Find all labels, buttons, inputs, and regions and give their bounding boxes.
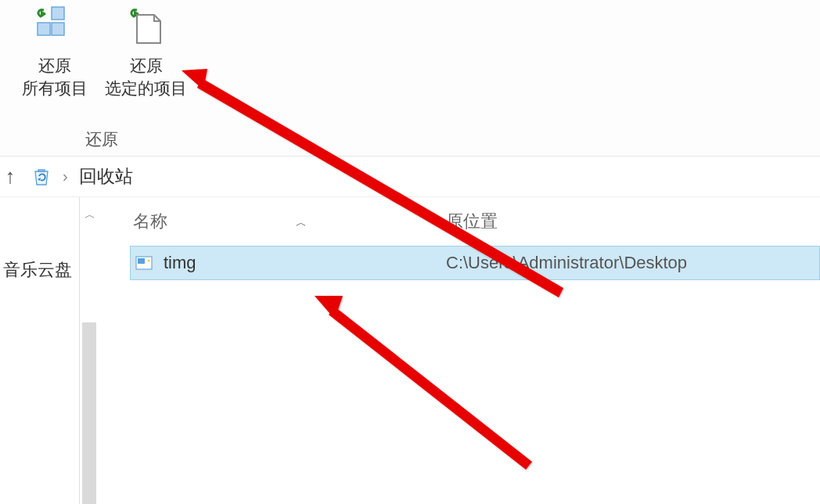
sort-caret-icon: ︿: [296, 216, 307, 230]
sidebar-item-music-cloud[interactable]: 音乐云盘: [0, 254, 79, 286]
ribbon-group-label: 还原: [16, 128, 187, 157]
restore-all-label-2: 所有项目: [16, 77, 94, 99]
restore-selected-label-1: 还原: [105, 54, 187, 77]
ribbon-toolbar: 还原 所有项目 还原 选定的项目: [0, 0, 820, 157]
restore-all-label-1: 还原: [16, 54, 94, 77]
file-location: C:\Users\Administrator\Desktop: [446, 253, 819, 273]
ribbon-group-restore: 还原 所有项目 还原 选定的项目: [16, 4, 187, 157]
file-name: timg: [164, 253, 196, 273]
recycle-bin-icon: [31, 167, 52, 187]
svg-rect-0: [52, 7, 64, 20]
svg-rect-2: [52, 23, 64, 35]
file-row-name-cell: timg: [131, 253, 446, 273]
svg-rect-1: [38, 23, 50, 35]
svg-point-5: [148, 260, 150, 262]
breadcrumb-current[interactable]: 回收站: [79, 164, 133, 189]
svg-rect-4: [138, 258, 145, 264]
restore-selected-button[interactable]: 还原 选定的项目: [105, 4, 187, 102]
column-header-row: 名称 ︿ 原位置: [99, 197, 820, 246]
scroll-up-icon: ︿: [85, 208, 95, 222]
column-header-location[interactable]: 原位置: [446, 210, 820, 233]
content-area: 音乐云盘 ︿ 名称 ︿ 原位置 timg: [0, 197, 820, 504]
scroll-track: [82, 322, 96, 504]
nav-up-button[interactable]: ↑: [0, 164, 20, 189]
restore-all-icon: [33, 5, 77, 49]
restore-all-button[interactable]: 还原 所有项目: [16, 4, 94, 102]
breadcrumb-chevron-icon: ›: [63, 167, 68, 185]
breadcrumb: ↑ › 回收站: [0, 157, 820, 197]
restore-selected-icon: [124, 5, 168, 49]
image-file-icon: [135, 254, 153, 272]
file-list-panel: 名称 ︿ 原位置 timg C:\Users\Administrator\Des…: [99, 197, 820, 504]
file-row[interactable]: timg C:\Users\Administrator\Desktop: [130, 246, 820, 280]
column-header-name[interactable]: 名称 ︿: [99, 210, 446, 233]
sidebar-scrollbar[interactable]: ︿: [80, 197, 99, 504]
restore-selected-label-2: 选定的项目: [105, 77, 187, 99]
column-name-label: 名称: [133, 211, 167, 231]
nav-sidebar: 音乐云盘: [0, 197, 80, 504]
